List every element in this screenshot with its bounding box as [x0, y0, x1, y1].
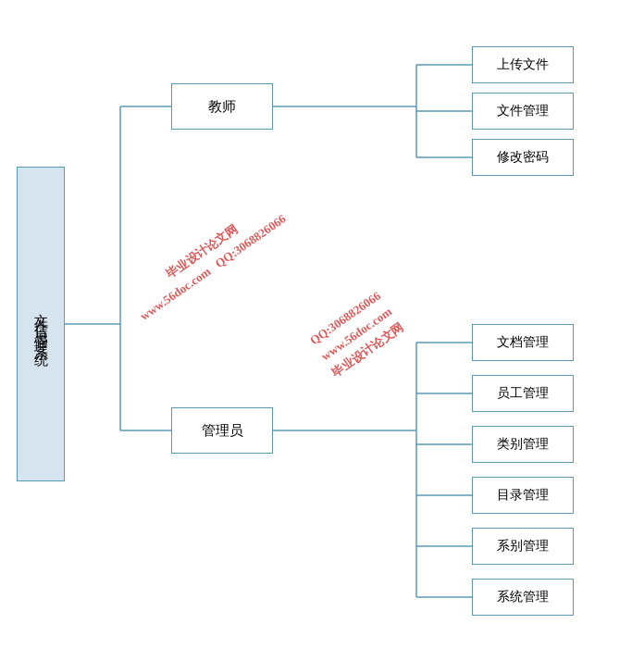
diagram-container: 文件信息管理系统 教师 管理员 上传文件 文件管理 修改密码 文档管理 员工管理… — [0, 0, 644, 661]
category-manage-box: 类别管理 — [472, 426, 574, 463]
main-system-box: 文件信息管理系统 — [17, 167, 65, 481]
dir-manage-box: 目录管理 — [472, 477, 574, 514]
upload-file-box: 上传文件 — [472, 46, 574, 83]
watermark-2: QQ:3068826066 www.56doc.com 毕业设计论文网 — [305, 287, 407, 382]
teacher-box: 教师 — [171, 83, 273, 130]
file-manage-box: 文件管理 — [472, 93, 574, 130]
watermark-1: 毕业设计论文网 www.56doc.com QQ:3068826066 — [125, 194, 291, 326]
change-password-box: 修改密码 — [472, 139, 574, 176]
dept-manage-box: 系别管理 — [472, 528, 574, 565]
staff-manage-box: 员工管理 — [472, 375, 574, 412]
sys-manage-box: 系统管理 — [472, 579, 574, 616]
admin-box: 管理员 — [171, 407, 273, 454]
doc-manage-box: 文档管理 — [472, 324, 574, 361]
